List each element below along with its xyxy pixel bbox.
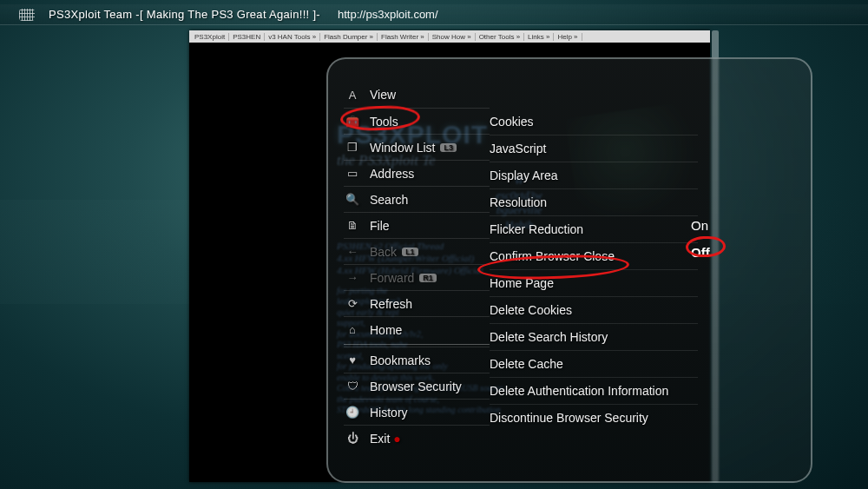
xmb-options-panel: AView 🧰Tools ❐Window ListL3 ▭Address 🔍Se… (326, 57, 812, 483)
windows-icon: ❐ (344, 140, 361, 155)
menu-home[interactable]: ⌂Home (344, 316, 490, 342)
site-tab[interactable]: Flash Writer » (378, 33, 429, 41)
menu-back[interactable]: ←BackL1 (344, 238, 490, 264)
browser-header: PS3Xploit Team -[ Making The PS3 Great A… (0, 4, 868, 25)
submenu-display-area[interactable]: Display Area (490, 162, 698, 188)
file-icon: 🗎 (344, 218, 361, 234)
submenu-home-page[interactable]: Home Page (490, 269, 698, 296)
menu-view[interactable]: AView (344, 82, 490, 108)
tools-submenu-column: Cookies JavaScript Display Area Resoluti… (490, 108, 698, 431)
menu-search[interactable]: 🔍Search (344, 186, 490, 212)
refresh-icon: ⟳ (344, 296, 361, 312)
main-menu-column: AView 🧰Tools ❐Window ListL3 ▭Address 🔍Se… (344, 82, 490, 451)
search-icon: 🔍 (344, 192, 361, 208)
menu-address[interactable]: ▭Address (344, 160, 490, 186)
submenu-delete-auth-info[interactable]: Delete Authentication Information (490, 377, 698, 404)
site-tab[interactable]: PS3Xploit (191, 33, 229, 41)
circle-button-icon: ● (393, 432, 400, 446)
r1-badge: R1 (419, 274, 437, 282)
on-off-options: On Off (687, 212, 766, 266)
home-icon: ⌂ (344, 322, 361, 338)
menu-bookmarks[interactable]: ♥Bookmarks (344, 347, 490, 373)
heart-icon: ♥ (344, 353, 361, 368)
page-icon: ▭ (344, 166, 361, 182)
menu-refresh[interactable]: ⟳Refresh (344, 290, 490, 316)
option-on[interactable]: On (687, 212, 766, 239)
forward-arrow-icon: → (344, 270, 361, 286)
submenu-flicker-reduction[interactable]: Flicker Reduction (490, 215, 698, 242)
submenu-javascript[interactable]: JavaScript (490, 135, 698, 162)
exit-icon: ⏻ (344, 431, 361, 446)
option-off[interactable]: Off (687, 239, 766, 266)
menu-window-list[interactable]: ❐Window ListL3 (344, 134, 490, 160)
site-tab[interactable]: Help » (554, 33, 582, 41)
menu-file[interactable]: 🗎File (344, 212, 490, 238)
submenu-delete-search-history[interactable]: Delete Search History (490, 323, 698, 350)
site-tab[interactable]: Links » (524, 33, 554, 41)
page-title: PS3Xploit Team -[ Making The PS3 Great A… (49, 8, 320, 21)
back-arrow-icon: ← (344, 244, 361, 260)
site-nav-tabs[interactable]: PS3Xploit PS3HEN v3 HAN Tools » Flash Du… (189, 30, 710, 43)
submenu-confirm-browser-close[interactable]: Confirm Browser Close (490, 242, 698, 269)
l3-badge: L3 (440, 143, 457, 152)
address-url: http://ps3xploit.com/ (338, 8, 438, 21)
submenu-delete-cookies[interactable]: Delete Cookies (490, 296, 698, 323)
menu-exit[interactable]: ⏻Exit● (344, 425, 490, 451)
www-icon (19, 9, 35, 21)
menu-forward[interactable]: →ForwardR1 (344, 264, 490, 290)
menu-tools[interactable]: 🧰Tools (344, 108, 490, 134)
clock-icon: 🕘 (344, 405, 361, 420)
toolbox-icon: 🧰 (344, 114, 361, 129)
submenu-resolution[interactable]: Resolution (490, 188, 698, 215)
site-tab[interactable]: Other Tools » (476, 33, 524, 41)
letter-a-icon: A (344, 87, 361, 102)
menu-separator (344, 344, 490, 345)
submenu-cookies[interactable]: Cookies (490, 108, 698, 135)
site-tab[interactable]: v3 HAN Tools » (265, 33, 320, 41)
submenu-delete-cache[interactable]: Delete Cache (490, 350, 698, 377)
l1-badge: L1 (402, 248, 418, 256)
site-tab[interactable]: Show How » (429, 33, 476, 41)
menu-browser-security[interactable]: 🛡Browser Security (344, 373, 490, 399)
menu-history[interactable]: 🕘History (344, 399, 490, 425)
site-tab[interactable]: PS3HEN (229, 33, 265, 41)
site-tab[interactable]: Flash Dumper » (320, 33, 378, 41)
submenu-discontinue-browser-security[interactable]: Discontinue Browser Security (490, 404, 698, 431)
shield-icon: 🛡 (344, 379, 361, 394)
